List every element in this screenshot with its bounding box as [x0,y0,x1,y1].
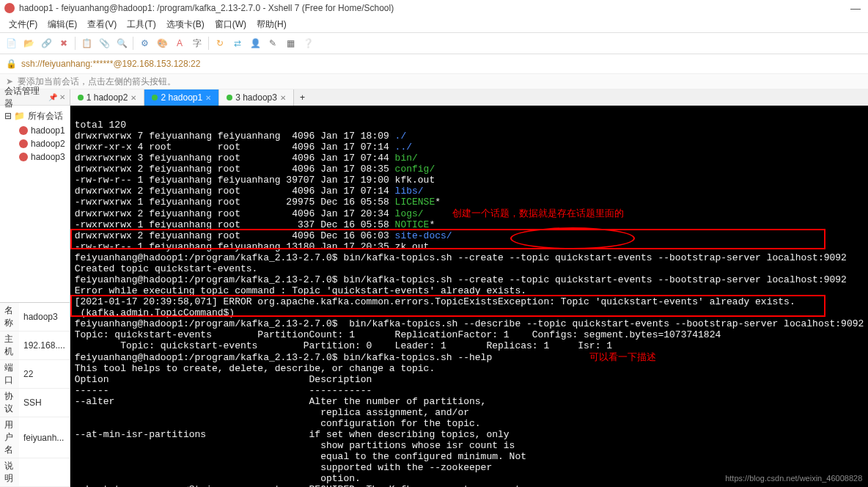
menu-tabs[interactable]: 选项卡(B) [162,17,209,32]
term-line: feiyuanhang@hadoop1:/program/kafka_2.13-… [75,252,847,263]
term-line: Option Description [75,374,372,385]
annotation-create: 创建一个话题，数据就是存在话题里面的 [452,208,624,219]
menu-view[interactable]: 查看(V) [83,17,121,32]
user-icon[interactable]: 👤 [249,37,262,50]
address-text: ssh://feiyuanhang:******@192.168.153.128… [21,59,200,69]
term-line: drwxrwxrwx 2 feiyuanhang root 4096 Dec 1… [75,230,395,241]
prop-user-k: 用户名 [0,417,19,458]
disconnect-icon[interactable]: ✖ [57,37,70,50]
session-hadoop1[interactable]: hadoop1 [3,124,67,137]
term-line: drwxrwxrwx 2 feiyuanhang root 4096 Jan 1… [75,164,395,175]
app-icon [4,3,15,13]
font-icon[interactable]: A [173,37,186,50]
lock-icon: 🔒 [6,59,17,69]
prop-proto-k: 协议 [0,389,19,417]
main-area: 会话管理器 📌 ✕ ⊟ 📁 所有会话 hadoop1 hadoop2 hadoo… [0,89,868,487]
term-line: (kafka.admin.TopicCommand$) [75,307,235,318]
key-icon[interactable]: ✎ [266,37,279,50]
copy-icon[interactable]: 📋 [80,37,93,50]
close-icon[interactable]: ✕ [280,94,286,102]
status-dot-icon [227,95,232,100]
prop-port-k: 端口 [0,360,19,389]
prop-host-v: 192.168.... [19,332,70,360]
sidebar-header: 会话管理器 📌 ✕ [0,89,70,106]
tab-hadoop3[interactable]: 3 hadoop3✕ [219,89,294,106]
settings-icon[interactable]: ⚙ [138,37,151,50]
content-area: 1 hadoop2✕ 2 hadoop1✕ 3 hadoop3✕ + total… [70,89,868,487]
paste-icon[interactable]: 📎 [98,37,111,50]
new-session-icon[interactable]: 📄 [4,37,18,50]
tab-hadoop1[interactable]: 2 hadoop1✕ [144,89,219,106]
term-line: Topic: quickstart-events PartitionCount:… [75,329,721,340]
term-line: configuration for the topic. [75,418,481,429]
tab-hadoop2[interactable]: 1 hadoop2✕ [70,89,145,106]
session-properties: 名称hadoop3 主机192.168.... 端口22 协议SSH 用户名fe… [0,302,70,487]
prop-host-k: 主机 [0,332,19,360]
tile-icon[interactable]: ▦ [284,37,297,50]
term-line: drwxrwxrwx 7 feiyuanhang feiyuanhang 409… [75,131,395,142]
term-line: feiyuanhang@hadoop1:/program/kafka_2.13-… [75,318,864,329]
terminal[interactable]: total 120 drwxrwxrwx 7 feiyuanhang feiyu… [70,106,868,487]
separator [133,37,133,50]
encoding-icon[interactable]: 字 [191,37,204,50]
close-icon[interactable]: ✕ [205,94,211,102]
tree-root[interactable]: ⊟ 📁 所有会话 [3,109,67,124]
session-hadoop3[interactable]: hadoop3 [3,150,67,164]
term-line: Created topic quickstart-events. [75,263,258,274]
menu-window[interactable]: 窗口(W) [210,17,251,32]
term-line: replica assignment, and/or [75,407,469,418]
close-icon[interactable]: ✕ [130,94,136,102]
prop-user-v: feiyuanh... [19,417,70,458]
toolbar: 📄 📂 🔗 ✖ 📋 📎 🔍 ⚙ 🎨 A 字 ↻ ⇄ 👤 ✎ ▦ ❔ [0,32,868,54]
term-line: supported with the --zookeeper [75,462,493,473]
term-line: total 120 [75,120,126,131]
menu-edit[interactable]: 编辑(E) [43,17,81,32]
minimize-icon[interactable]: — [847,2,864,14]
menu-help[interactable]: 帮助(H) [252,17,291,32]
term-line: ------ ----------- [75,385,372,396]
term-line: [2021-01-17 20:39:58,071] ERROR org.apac… [75,296,795,307]
highlight-ellipse [510,227,635,249]
session-icon [19,126,28,135]
watermark: https://blog.csdn.net/weixin_46008828 [725,473,862,484]
terminal-tabs: 1 hadoop2✕ 2 hadoop1✕ 3 hadoop3✕ + [70,89,868,106]
term-line: -rw-rw-r-- 1 feiyuanhang feiyuanhang 131… [75,241,430,252]
transfer-icon[interactable]: ⇄ [231,37,244,50]
menu-bar: 文件(F) 编辑(E) 查看(V) 工具(T) 选项卡(B) 窗口(W) 帮助(… [0,16,868,32]
term-line: -rwxrwxrwx 1 feiyuanhang root 29975 Dec … [75,197,395,208]
title-bar: hadoop1 - feiyuanhang@hadoop1: /program/… [0,0,868,16]
refresh-icon[interactable]: ↻ [213,37,227,50]
tab-add-button[interactable]: + [294,89,311,106]
session-hadoop2[interactable]: hadoop2 [3,137,67,150]
help-icon[interactable]: ❔ [301,37,315,50]
session-manager: 会话管理器 📌 ✕ ⊟ 📁 所有会话 hadoop1 hadoop2 hadoo… [0,89,70,487]
term-line: --at-min-isr-partitions if set when desc… [75,429,510,440]
term-line: drwxr-xr-x 4 root root 4096 Jan 17 07:14 [75,142,395,153]
term-line: Error while executing topic command : To… [75,285,526,296]
separator [75,37,76,50]
address-bar[interactable]: 🔒 ssh://feiyuanhang:******@192.168.153.1… [0,54,868,73]
term-line: --alter Alter the number of partitions, [75,396,487,407]
session-tree: ⊟ 📁 所有会话 hadoop1 hadoop2 hadoop3 [0,106,70,302]
menu-file[interactable]: 文件(F) [4,17,42,32]
status-dot-icon [152,95,158,100]
separator [208,37,209,50]
window-title: hadoop1 - feiyuanhang@hadoop1: /program/… [19,3,394,13]
hint-bar: ➤ 要添加当前会话，点击左侧的箭头按钮。 [0,73,868,89]
term-line: --bootstrap-server <String: server to RE… [75,484,521,487]
open-icon[interactable]: 📂 [22,37,35,50]
menu-tools[interactable]: 工具(T) [122,17,160,32]
session-icon [19,139,28,148]
term-line: feiyuanhang@hadoop1:/program/kafka_2.13-… [75,352,493,363]
session-icon [19,153,28,161]
search-icon[interactable]: 🔍 [115,37,128,50]
term-line: This tool helps to create, delete, descr… [75,363,435,374]
reconnect-icon[interactable]: 🔗 [40,37,53,50]
sidebar-pin-icon[interactable]: 📌 ✕ [48,93,65,101]
term-line: equal to the configured minimum. Not [75,451,526,462]
term-line: option. [75,473,361,484]
annotation-describe: 可以看一下描述 [589,351,656,362]
color-scheme-icon[interactable]: 🎨 [155,37,169,50]
term-line: drwxrwxrwx 2 feiyuanhang root 4096 Jan 1… [75,186,395,197]
term-line: Topic: quickstart-events Partition: 0 Le… [75,340,612,351]
